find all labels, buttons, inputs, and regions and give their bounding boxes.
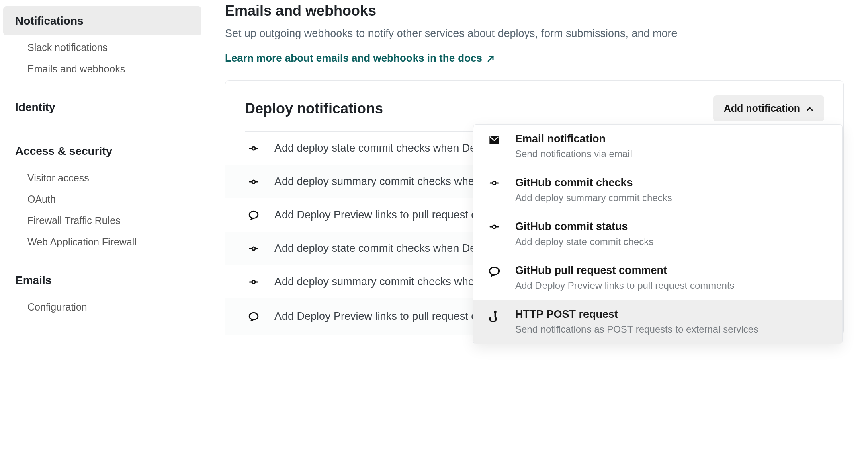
sidebar-group-emails: Emails Configuration (0, 259, 205, 324)
commit-icon (245, 144, 262, 153)
dropdown-item-github-pr-comment[interactable]: GitHub pull request comment Add Deploy P… (473, 256, 842, 300)
dropdown-item-title: HTTP POST request (515, 308, 831, 321)
card-title: Deploy notifications (245, 100, 383, 117)
external-link-icon (487, 54, 495, 62)
add-notification-label: Add notification (724, 103, 800, 114)
dropdown-item-subtitle: Send notifications via email (515, 148, 831, 160)
sidebar-item-firewall-traffic-rules[interactable]: Firewall Traffic Rules (3, 212, 201, 230)
dropdown-item-github-commit-status[interactable]: GitHub commit status Add deploy state co… (473, 212, 842, 256)
learn-more-link[interactable]: Learn more about emails and webhooks in … (225, 52, 495, 64)
dropdown-item-github-commit-checks[interactable]: GitHub commit checks Add deploy summary … (473, 169, 842, 212)
dropdown-item-subtitle: Add deploy summary commit checks (515, 192, 831, 204)
sidebar: Notifications Slack notifications Emails… (0, 0, 205, 471)
card-header: Deploy notifications Add notification (225, 81, 843, 131)
sidebar-heading-access-security[interactable]: Access & security (3, 137, 201, 166)
commit-icon (485, 220, 504, 232)
sidebar-group-access-security: Access & security Visitor access OAuth F… (0, 130, 205, 259)
sidebar-heading-identity[interactable]: Identity (3, 93, 201, 122)
sidebar-group-notifications: Notifications Slack notifications Emails… (0, 0, 205, 86)
sidebar-item-emails-and-webhooks[interactable]: Emails and webhooks (3, 60, 201, 78)
comment-icon (245, 311, 262, 322)
sidebar-heading-notifications[interactable]: Notifications (3, 6, 201, 35)
dropdown-item-email-notification[interactable]: Email notification Send notifications vi… (473, 125, 842, 169)
dropdown-item-title: GitHub commit status (515, 220, 831, 233)
sidebar-item-visitor-access[interactable]: Visitor access (3, 169, 201, 187)
sidebar-item-slack-notifications[interactable]: Slack notifications (3, 39, 201, 57)
add-notification-button[interactable]: Add notification (713, 95, 824, 121)
dropdown-item-title: Email notification (515, 133, 831, 145)
page-title: Emails and webhooks (225, 2, 844, 19)
dropdown-item-title: GitHub commit checks (515, 177, 831, 189)
sidebar-item-web-application-firewall[interactable]: Web Application Firewall (3, 233, 201, 251)
deploy-notifications-card: Deploy notifications Add notification Ad… (225, 80, 844, 335)
page-subtitle: Set up outgoing webhooks to notify other… (225, 26, 747, 41)
dropdown-item-subtitle: Send notifications as POST requests to e… (515, 324, 831, 335)
commit-icon (245, 177, 262, 187)
dropdown-item-subtitle: Add deploy state commit checks (515, 236, 831, 247)
sidebar-group-identity: Identity (0, 86, 205, 130)
comment-icon (485, 264, 504, 277)
dropdown-item-title: GitHub pull request comment (515, 264, 831, 277)
main-content: Emails and webhooks Set up outgoing webh… (205, 0, 868, 471)
learn-more-text: Learn more about emails and webhooks in … (225, 52, 482, 64)
comment-icon (245, 210, 262, 220)
commit-icon (245, 244, 262, 253)
dropdown-item-subtitle: Add Deploy Preview links to pull request… (515, 280, 831, 291)
sidebar-item-configuration[interactable]: Configuration (3, 298, 201, 316)
commit-icon (245, 277, 262, 287)
commit-icon (485, 177, 504, 188)
chevron-up-icon (806, 105, 814, 113)
hook-icon (485, 308, 504, 322)
mail-icon (485, 133, 504, 146)
sidebar-heading-emails[interactable]: Emails (3, 266, 201, 295)
dropdown-item-http-post-request[interactable]: HTTP POST request Send notifications as … (473, 300, 842, 344)
sidebar-item-oauth[interactable]: OAuth (3, 190, 201, 208)
add-notification-dropdown: Email notification Send notifications vi… (473, 124, 843, 344)
